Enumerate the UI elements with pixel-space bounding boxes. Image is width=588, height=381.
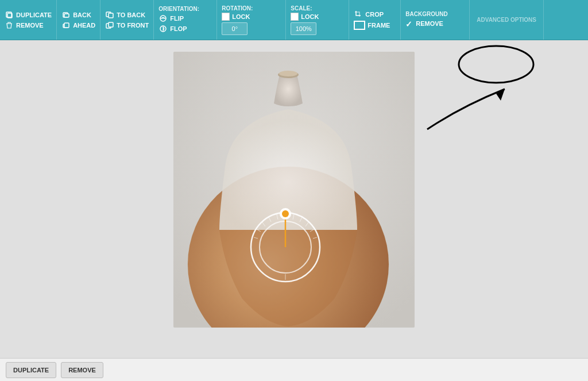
- flop-icon: [158, 25, 168, 33]
- scale-lock-label: LOCK: [301, 13, 319, 20]
- background-group: BACKGROUND ✓ REMOVE: [401, 0, 470, 40]
- to-back-button[interactable]: TO BACK: [105, 10, 149, 20]
- svg-point-34: [282, 210, 289, 217]
- orientation-group: ORIENTATION: FLIP FLOP: [154, 0, 217, 40]
- svg-point-17: [279, 71, 297, 76]
- canvas-area: [0, 40, 588, 358]
- crop-icon: [354, 10, 363, 18]
- crop-frame-group: CROP FRAME: [349, 0, 401, 40]
- vase-image[interactable]: [173, 52, 415, 328]
- ahead-button[interactable]: AHEAD: [61, 20, 95, 30]
- back-ahead-group: BACK AHEAD: [57, 0, 100, 40]
- vase-svg: [173, 52, 415, 328]
- svg-rect-9: [109, 22, 113, 27]
- back-icon: [61, 11, 71, 19]
- bottom-duplicate-button[interactable]: DUPLICATE: [6, 362, 56, 378]
- toolbar: DUPLICATE REMOVE BACK AHEAD: [0, 0, 588, 40]
- flop-button[interactable]: FLOP: [158, 24, 212, 34]
- rotation-lock-checkbox[interactable]: [222, 13, 230, 21]
- checkmark-icon: ✓: [405, 20, 413, 28]
- svg-rect-7: [109, 13, 113, 18]
- to-front-button[interactable]: TO FRONT: [105, 20, 149, 30]
- scale-input[interactable]: [291, 22, 316, 35]
- back-button[interactable]: BACK: [61, 10, 95, 20]
- flip-icon: [158, 14, 168, 22]
- flip-button[interactable]: FLIP: [158, 13, 212, 24]
- trash-icon: [5, 21, 14, 29]
- scale-label: SCALE:: [291, 5, 344, 11]
- crop-button[interactable]: CROP: [354, 9, 396, 20]
- frame-button[interactable]: FRAME: [354, 20, 396, 31]
- toback-tofront-group: TO BACK TO FRONT: [100, 0, 154, 40]
- duplicate-icon: [5, 11, 14, 19]
- svg-rect-5: [64, 23, 69, 28]
- duplicate-remove-group: DUPLICATE REMOVE: [0, 0, 57, 40]
- rotation-lock-label: LOCK: [232, 13, 250, 20]
- background-label: BACKGROUND: [405, 11, 465, 17]
- advanced-options-label: ADVANCED OPTIONS: [477, 16, 536, 24]
- ahead-icon: [61, 21, 71, 29]
- scale-lock-checkbox[interactable]: [291, 13, 299, 21]
- svg-rect-3: [64, 14, 69, 17]
- circle-annotation: [456, 43, 536, 86]
- bottom-remove-button[interactable]: REMOVE: [61, 362, 103, 378]
- advanced-options-group[interactable]: ADVANCED OPTIONS: [470, 0, 544, 40]
- to-front-icon: [105, 21, 114, 29]
- remove-button[interactable]: REMOVE: [5, 20, 52, 30]
- rotation-label: ROTATION:: [222, 5, 281, 11]
- bg-remove-label: REMOVE: [416, 20, 443, 27]
- duplicate-button[interactable]: DUPLICATE: [5, 10, 52, 20]
- frame-icon: [354, 21, 365, 30]
- rotation-group: ROTATION: LOCK: [217, 0, 286, 40]
- svg-point-12: [459, 46, 533, 83]
- scale-group: SCALE: LOCK: [286, 0, 349, 40]
- bottom-bar: DUPLICATE REMOVE: [0, 358, 588, 381]
- rotation-input[interactable]: [222, 22, 247, 35]
- bg-remove-button[interactable]: ✓ REMOVE: [405, 18, 465, 29]
- orientation-label: ORIENTATION:: [158, 6, 212, 12]
- to-back-icon: [105, 11, 114, 19]
